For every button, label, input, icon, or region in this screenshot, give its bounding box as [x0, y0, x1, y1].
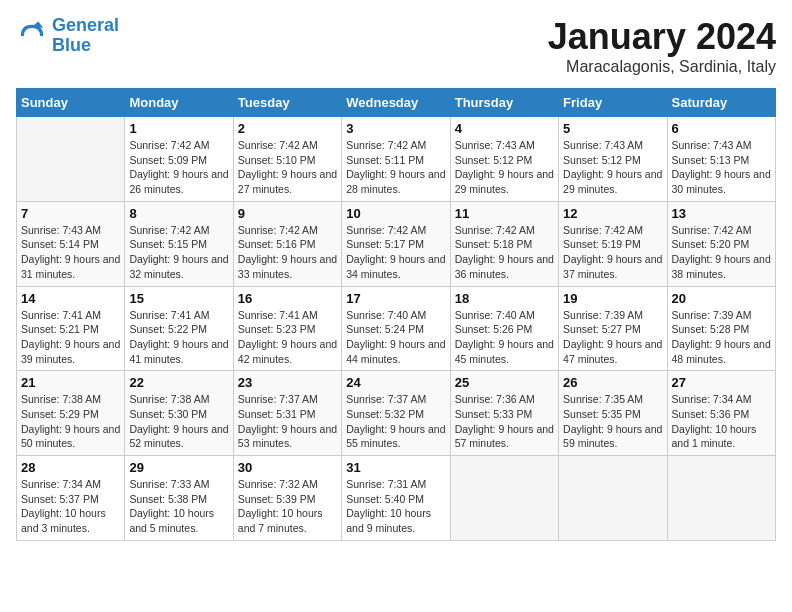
calendar-cell: 5 Sunrise: 7:43 AMSunset: 5:12 PMDayligh…	[559, 117, 667, 202]
day-info: Sunrise: 7:43 AMSunset: 5:13 PMDaylight:…	[672, 138, 771, 197]
day-info: Sunrise: 7:39 AMSunset: 5:28 PMDaylight:…	[672, 308, 771, 367]
day-number: 12	[563, 206, 662, 221]
day-info: Sunrise: 7:43 AMSunset: 5:12 PMDaylight:…	[563, 138, 662, 197]
calendar-cell: 28 Sunrise: 7:34 AMSunset: 5:37 PMDaylig…	[17, 456, 125, 541]
page-header: General Blue January 2024 Maracalagonis,…	[16, 16, 776, 76]
day-number: 13	[672, 206, 771, 221]
calendar-cell: 8 Sunrise: 7:42 AMSunset: 5:15 PMDayligh…	[125, 201, 233, 286]
calendar-cell: 7 Sunrise: 7:43 AMSunset: 5:14 PMDayligh…	[17, 201, 125, 286]
day-info: Sunrise: 7:38 AMSunset: 5:30 PMDaylight:…	[129, 392, 228, 451]
location-title: Maracalagonis, Sardinia, Italy	[548, 58, 776, 76]
calendar-table: SundayMondayTuesdayWednesdayThursdayFrid…	[16, 88, 776, 541]
day-info: Sunrise: 7:40 AMSunset: 5:24 PMDaylight:…	[346, 308, 445, 367]
logo: General Blue	[16, 16, 119, 56]
day-info: Sunrise: 7:38 AMSunset: 5:29 PMDaylight:…	[21, 392, 120, 451]
day-info: Sunrise: 7:42 AMSunset: 5:18 PMDaylight:…	[455, 223, 554, 282]
calendar-cell: 21 Sunrise: 7:38 AMSunset: 5:29 PMDaylig…	[17, 371, 125, 456]
weekday-header: Saturday	[667, 89, 775, 117]
weekday-header: Thursday	[450, 89, 558, 117]
calendar-week-row: 14 Sunrise: 7:41 AMSunset: 5:21 PMDaylig…	[17, 286, 776, 371]
calendar-cell: 2 Sunrise: 7:42 AMSunset: 5:10 PMDayligh…	[233, 117, 341, 202]
calendar-cell	[450, 456, 558, 541]
day-info: Sunrise: 7:42 AMSunset: 5:10 PMDaylight:…	[238, 138, 337, 197]
day-info: Sunrise: 7:42 AMSunset: 5:09 PMDaylight:…	[129, 138, 228, 197]
day-number: 10	[346, 206, 445, 221]
weekday-header: Wednesday	[342, 89, 450, 117]
day-info: Sunrise: 7:33 AMSunset: 5:38 PMDaylight:…	[129, 477, 228, 536]
weekday-header: Monday	[125, 89, 233, 117]
day-info: Sunrise: 7:41 AMSunset: 5:22 PMDaylight:…	[129, 308, 228, 367]
calendar-cell: 18 Sunrise: 7:40 AMSunset: 5:26 PMDaylig…	[450, 286, 558, 371]
day-info: Sunrise: 7:34 AMSunset: 5:36 PMDaylight:…	[672, 392, 771, 451]
calendar-cell: 16 Sunrise: 7:41 AMSunset: 5:23 PMDaylig…	[233, 286, 341, 371]
day-number: 20	[672, 291, 771, 306]
calendar-cell: 14 Sunrise: 7:41 AMSunset: 5:21 PMDaylig…	[17, 286, 125, 371]
calendar-cell: 31 Sunrise: 7:31 AMSunset: 5:40 PMDaylig…	[342, 456, 450, 541]
day-number: 26	[563, 375, 662, 390]
calendar-cell: 10 Sunrise: 7:42 AMSunset: 5:17 PMDaylig…	[342, 201, 450, 286]
day-number: 6	[672, 121, 771, 136]
day-info: Sunrise: 7:42 AMSunset: 5:16 PMDaylight:…	[238, 223, 337, 282]
calendar-cell: 4 Sunrise: 7:43 AMSunset: 5:12 PMDayligh…	[450, 117, 558, 202]
day-number: 17	[346, 291, 445, 306]
day-info: Sunrise: 7:31 AMSunset: 5:40 PMDaylight:…	[346, 477, 445, 536]
logo-line2: Blue	[52, 35, 91, 55]
day-number: 5	[563, 121, 662, 136]
calendar-cell: 30 Sunrise: 7:32 AMSunset: 5:39 PMDaylig…	[233, 456, 341, 541]
calendar-cell	[17, 117, 125, 202]
day-info: Sunrise: 7:41 AMSunset: 5:21 PMDaylight:…	[21, 308, 120, 367]
calendar-week-row: 1 Sunrise: 7:42 AMSunset: 5:09 PMDayligh…	[17, 117, 776, 202]
calendar-cell: 24 Sunrise: 7:37 AMSunset: 5:32 PMDaylig…	[342, 371, 450, 456]
calendar-cell: 3 Sunrise: 7:42 AMSunset: 5:11 PMDayligh…	[342, 117, 450, 202]
calendar-week-row: 21 Sunrise: 7:38 AMSunset: 5:29 PMDaylig…	[17, 371, 776, 456]
day-number: 4	[455, 121, 554, 136]
day-number: 22	[129, 375, 228, 390]
day-number: 3	[346, 121, 445, 136]
day-number: 24	[346, 375, 445, 390]
day-info: Sunrise: 7:37 AMSunset: 5:31 PMDaylight:…	[238, 392, 337, 451]
day-number: 7	[21, 206, 120, 221]
calendar-cell: 27 Sunrise: 7:34 AMSunset: 5:36 PMDaylig…	[667, 371, 775, 456]
calendar-cell: 26 Sunrise: 7:35 AMSunset: 5:35 PMDaylig…	[559, 371, 667, 456]
day-number: 2	[238, 121, 337, 136]
day-number: 25	[455, 375, 554, 390]
logo-text: General Blue	[52, 16, 119, 56]
day-info: Sunrise: 7:39 AMSunset: 5:27 PMDaylight:…	[563, 308, 662, 367]
logo-icon	[16, 20, 48, 52]
weekday-header: Friday	[559, 89, 667, 117]
calendar-cell: 13 Sunrise: 7:42 AMSunset: 5:20 PMDaylig…	[667, 201, 775, 286]
day-info: Sunrise: 7:40 AMSunset: 5:26 PMDaylight:…	[455, 308, 554, 367]
calendar-cell: 20 Sunrise: 7:39 AMSunset: 5:28 PMDaylig…	[667, 286, 775, 371]
day-info: Sunrise: 7:42 AMSunset: 5:17 PMDaylight:…	[346, 223, 445, 282]
calendar-header: SundayMondayTuesdayWednesdayThursdayFrid…	[17, 89, 776, 117]
day-number: 19	[563, 291, 662, 306]
day-number: 30	[238, 460, 337, 475]
day-info: Sunrise: 7:42 AMSunset: 5:11 PMDaylight:…	[346, 138, 445, 197]
calendar-cell	[667, 456, 775, 541]
calendar-cell: 19 Sunrise: 7:39 AMSunset: 5:27 PMDaylig…	[559, 286, 667, 371]
calendar-cell: 23 Sunrise: 7:37 AMSunset: 5:31 PMDaylig…	[233, 371, 341, 456]
day-number: 29	[129, 460, 228, 475]
calendar-cell: 6 Sunrise: 7:43 AMSunset: 5:13 PMDayligh…	[667, 117, 775, 202]
weekday-header: Sunday	[17, 89, 125, 117]
title-block: January 2024 Maracalagonis, Sardinia, It…	[548, 16, 776, 76]
calendar-week-row: 28 Sunrise: 7:34 AMSunset: 5:37 PMDaylig…	[17, 456, 776, 541]
day-info: Sunrise: 7:34 AMSunset: 5:37 PMDaylight:…	[21, 477, 120, 536]
day-number: 31	[346, 460, 445, 475]
day-number: 18	[455, 291, 554, 306]
day-number: 27	[672, 375, 771, 390]
calendar-cell: 9 Sunrise: 7:42 AMSunset: 5:16 PMDayligh…	[233, 201, 341, 286]
calendar-cell: 29 Sunrise: 7:33 AMSunset: 5:38 PMDaylig…	[125, 456, 233, 541]
day-info: Sunrise: 7:42 AMSunset: 5:19 PMDaylight:…	[563, 223, 662, 282]
weekday-header: Tuesday	[233, 89, 341, 117]
calendar-body: 1 Sunrise: 7:42 AMSunset: 5:09 PMDayligh…	[17, 117, 776, 541]
day-number: 23	[238, 375, 337, 390]
day-number: 28	[21, 460, 120, 475]
day-number: 15	[129, 291, 228, 306]
day-info: Sunrise: 7:42 AMSunset: 5:15 PMDaylight:…	[129, 223, 228, 282]
logo-line1: General	[52, 15, 119, 35]
day-info: Sunrise: 7:32 AMSunset: 5:39 PMDaylight:…	[238, 477, 337, 536]
day-number: 14	[21, 291, 120, 306]
month-title: January 2024	[548, 16, 776, 58]
day-info: Sunrise: 7:43 AMSunset: 5:14 PMDaylight:…	[21, 223, 120, 282]
